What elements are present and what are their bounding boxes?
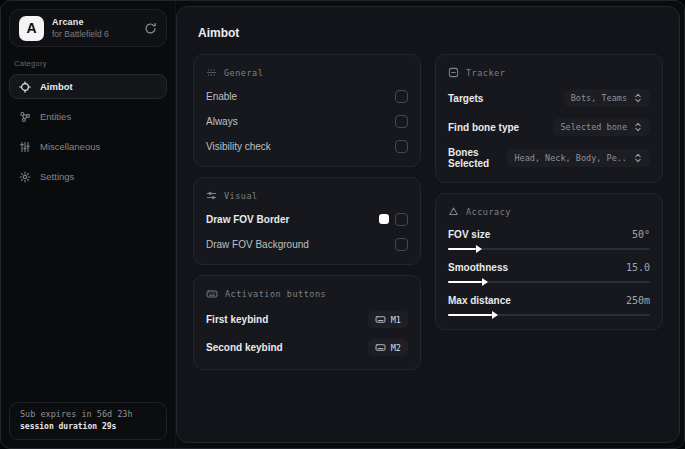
app-logo: A xyxy=(19,16,44,41)
slider-head: Smoothness 15.0 xyxy=(448,262,650,273)
keybind-value: M1 xyxy=(391,315,401,325)
select-value: Head, Neck, Body, Pe.. xyxy=(514,153,627,163)
refresh-icon[interactable] xyxy=(144,22,157,35)
max-distance-slider[interactable] xyxy=(448,314,650,316)
keyboard-icon xyxy=(375,314,386,325)
general-card-header: General xyxy=(206,67,408,78)
setting-row-targets: Targets Bots, Teams xyxy=(448,89,650,107)
gear-icon xyxy=(19,171,31,183)
minus-square-icon xyxy=(448,67,459,78)
bones-selected-select[interactable]: Head, Neck, Body, Pe.. xyxy=(507,149,650,167)
entities-icon xyxy=(19,111,31,123)
logo-card: A Arcane for Battlefield 6 xyxy=(9,9,167,47)
setting-row-bones-selected: Bones Selected Head, Neck, Body, Pe.. xyxy=(448,147,650,169)
app-window: A Arcane for Battlefield 6 Category xyxy=(0,0,685,449)
setting-label: Visibility check xyxy=(206,141,271,152)
session-duration-text: session duration 29s xyxy=(20,423,156,431)
setting-label: Targets xyxy=(448,93,483,104)
accuracy-card: Accuracy FOV size 50° Smoothness xyxy=(435,193,663,330)
visual-card-title: Visual xyxy=(224,191,258,201)
sidebar-item-settings[interactable]: Settings xyxy=(9,164,167,189)
setting-label: Draw FOV Background xyxy=(206,239,309,250)
accuracy-card-header: Accuracy xyxy=(448,206,650,217)
draw-fov-border-checkbox[interactable] xyxy=(395,213,408,226)
setting-row-second-keybind: Second keybind M2 xyxy=(206,339,408,356)
sidebar: A Arcane for Battlefield 6 Category xyxy=(1,1,176,448)
visibility-check-checkbox[interactable] xyxy=(395,140,408,153)
slider-head: Max distance 250m xyxy=(448,295,650,306)
fov-border-color-swatch[interactable] xyxy=(379,214,389,224)
setting-label: Draw FOV Border xyxy=(206,214,289,225)
setting-row-find-bone-type: Find bone type Selected bone xyxy=(448,118,650,136)
sub-expires-text: Sub expires in 56d 23h xyxy=(20,410,156,419)
sidebar-item-label: Settings xyxy=(40,171,74,182)
second-keybind-button[interactable]: M2 xyxy=(368,339,408,356)
triangle-icon xyxy=(448,206,459,217)
content-columns: General Enable Always Visibility check xyxy=(187,54,669,370)
sidebar-item-entities[interactable]: Entities xyxy=(9,104,167,129)
unfold-icon xyxy=(633,153,643,163)
right-column: Tracker Targets Bots, Teams xyxy=(435,54,663,330)
app-title-block: Arcane for Battlefield 6 xyxy=(52,18,109,39)
sidebar-item-label: Entities xyxy=(40,111,71,122)
draw-fov-background-checkbox[interactable] xyxy=(395,238,408,251)
visual-card: Visual Draw FOV Border Draw FOV Backgrou… xyxy=(193,177,421,265)
slider-fill[interactable] xyxy=(448,314,492,316)
setting-row-always: Always xyxy=(206,114,408,128)
sidebar-item-aimbot[interactable]: Aimbot xyxy=(9,74,167,99)
enable-checkbox[interactable] xyxy=(395,90,408,103)
setting-label: Smoothness xyxy=(448,262,508,273)
smoothness-value: 15.0 xyxy=(626,262,650,273)
max-distance-value: 250m xyxy=(626,295,650,306)
sliders-icon xyxy=(19,141,31,153)
subscription-card: Sub expires in 56d 23h session duration … xyxy=(9,402,167,441)
setting-row-fov-size: FOV size 50° xyxy=(448,229,650,250)
app-subtitle: for Battlefield 6 xyxy=(52,30,109,39)
sidebar-item-miscellaneous[interactable]: Miscellaneous xyxy=(9,134,167,159)
slider-fill[interactable] xyxy=(448,281,482,283)
select-value: Selected bone xyxy=(560,122,627,132)
sidebar-item-label: Miscellaneous xyxy=(40,141,100,152)
crosshair-icon xyxy=(19,81,31,93)
sidebar-item-label: Aimbot xyxy=(40,81,73,92)
slider-fill[interactable] xyxy=(448,248,476,250)
setting-label: First keybind xyxy=(206,314,268,325)
setting-label: Bones Selected xyxy=(448,147,507,169)
setting-row-smoothness: Smoothness 15.0 xyxy=(448,262,650,283)
smoothness-slider[interactable] xyxy=(448,281,650,283)
keybind-value: M2 xyxy=(391,343,401,353)
tracker-card-title: Tracker xyxy=(466,68,505,78)
setting-row-draw-fov-background: Draw FOV Background xyxy=(206,237,408,251)
keyboard-icon xyxy=(375,342,386,353)
grid-icon xyxy=(206,67,217,78)
activation-card-header: Activation buttons xyxy=(206,288,408,300)
setting-label: Always xyxy=(206,116,238,127)
targets-select[interactable]: Bots, Teams xyxy=(564,89,650,107)
select-value: Bots, Teams xyxy=(571,93,627,103)
visual-card-header: Visual xyxy=(206,190,408,201)
setting-label: Second keybind xyxy=(206,342,283,353)
setting-row-enable: Enable xyxy=(206,89,408,103)
main-panel: Aimbot General Enable xyxy=(176,6,680,443)
tracker-card: Tracker Targets Bots, Teams xyxy=(435,54,663,183)
left-column: General Enable Always Visibility check xyxy=(193,54,421,370)
always-checkbox[interactable] xyxy=(395,115,408,128)
setting-label: Enable xyxy=(206,91,237,102)
fov-size-value: 50° xyxy=(632,229,650,240)
page-title: Aimbot xyxy=(198,26,669,40)
find-bone-type-select[interactable]: Selected bone xyxy=(553,118,650,136)
accuracy-card-title: Accuracy xyxy=(466,207,511,217)
unfold-icon xyxy=(633,122,643,132)
setting-row-first-keybind: First keybind M1 xyxy=(206,311,408,328)
fov-size-slider[interactable] xyxy=(448,248,650,250)
setting-row-max-distance: Max distance 250m xyxy=(448,295,650,316)
activation-card-title: Activation buttons xyxy=(225,289,326,299)
sidebar-nav: Aimbot Entities Miscellaneous xyxy=(9,74,167,189)
activation-card: Activation buttons First keybind M1 xyxy=(193,275,421,370)
setting-row-visibility-check: Visibility check xyxy=(206,139,408,153)
fov-border-controls xyxy=(379,213,408,226)
slider-head: FOV size 50° xyxy=(448,229,650,240)
first-keybind-button[interactable]: M1 xyxy=(368,311,408,328)
setting-label: Find bone type xyxy=(448,122,519,133)
category-label: Category xyxy=(14,59,167,68)
